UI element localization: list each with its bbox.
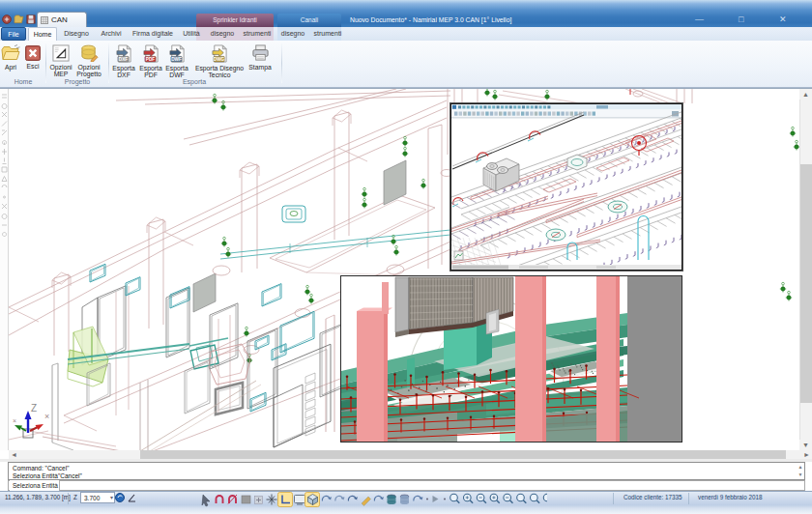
doc-tab[interactable]: CAN xyxy=(37,12,87,27)
btn-dwg[interactable]: DWGEsporta DisegnoTecnico xyxy=(189,44,249,79)
svg-text:×: × xyxy=(44,412,49,421)
svg-text:×: × xyxy=(13,417,16,424)
ctx-sprinkler: Sprinkler Idranti xyxy=(196,14,274,27)
svg-text:DWG: DWG xyxy=(214,57,225,62)
z-input[interactable]: 3.700 ▾ xyxy=(80,492,115,503)
btn-min[interactable]: — xyxy=(695,15,704,24)
command-history: Command: "Cancel"Seleziona Entità"Cancel… xyxy=(8,462,805,480)
snap-strip xyxy=(0,89,9,450)
viewport-3d xyxy=(340,275,682,443)
btn-dwf[interactable]: DWFEsportaDWF xyxy=(162,44,191,79)
svg-text:DWF: DWF xyxy=(171,57,182,62)
btn-stampa[interactable]: Stampa xyxy=(246,44,274,71)
command-input[interactable] xyxy=(8,480,805,491)
ctx-canali: Canali xyxy=(277,14,341,27)
tab-home[interactable]: Home xyxy=(28,27,57,41)
btn-esci[interactable]: Esci xyxy=(23,45,43,70)
namirial-mep-window: CAN Sprinkler Idranti Canali Nuovo Docum… xyxy=(0,0,812,514)
status-icons xyxy=(199,492,547,511)
viewport-plan xyxy=(450,103,682,271)
svg-text:DXF: DXF xyxy=(119,57,129,62)
tab-file[interactable]: File xyxy=(1,27,26,41)
ucs-icon: Z × × xyxy=(10,398,56,441)
btn-opzprog[interactable]: OpzioniProgetto xyxy=(75,44,102,78)
svg-text:Z: Z xyxy=(31,403,37,414)
quick-access xyxy=(2,13,36,26)
btn-apri[interactable]: Apri xyxy=(0,44,21,71)
svg-text:PDF: PDF xyxy=(146,57,156,62)
btn-close[interactable]: ✕ xyxy=(779,15,787,24)
btn-opzmep[interactable]: OpzioniMEP xyxy=(48,44,73,78)
btn-dxf[interactable]: DXFEsportaDXF xyxy=(109,44,138,79)
btn-max[interactable]: □ xyxy=(739,15,743,24)
btn-pdf[interactable]: PDFEsportaPDF xyxy=(136,44,165,79)
window-title: Nuovo Documento* - Namirial MEP 3.0 CAN … xyxy=(350,16,511,23)
